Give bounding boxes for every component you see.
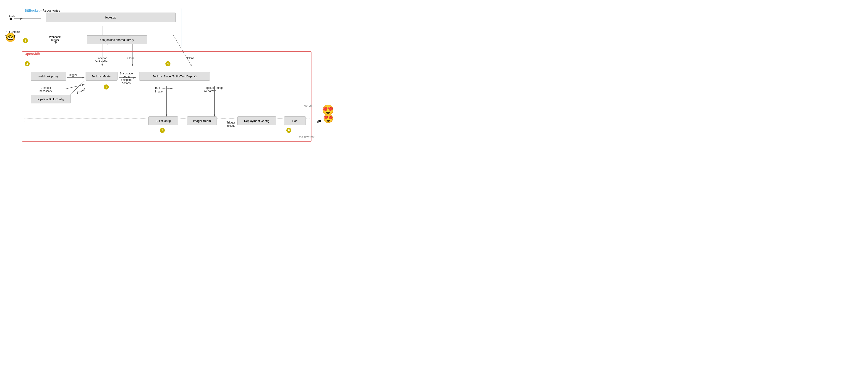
badge-6-label: 6 [288,129,290,132]
badge-4-label: 4 [167,62,169,65]
ods-jenkins-box: ods-jenkins-shared-library [87,35,147,44]
developer-emoji: 🤓 [5,33,16,42]
webhook-proxy-label: webhook proxy [38,75,58,78]
badge-2: 2 [25,61,30,66]
imagestream-label: ImageStream [193,119,211,123]
pod-label: Pod [292,119,298,123]
buildconfig-box: BuildConfig [148,116,178,125]
pod-box: Pod [284,116,306,125]
badge-4: 4 [165,61,170,66]
webhook-trigger-label: Webhook Trigger [49,35,60,42]
openshift-title-text: OpenShift [25,52,40,56]
foo-dev-test-label: foo-dev/test [299,135,314,139]
pipeline-buildconfig-box: Pipeline BuildConfig [31,95,71,104]
jenkins-master-box: Jenkins Master [86,72,118,81]
badge-6: 6 [286,128,291,133]
pipeline-buildconfig-label: Pipeline BuildConfig [37,97,64,101]
badge-5: 5 [160,128,165,133]
imagestream-box: ImageStream [187,116,217,125]
deployment-config-label: Deployment Config [244,119,270,123]
buildconfig-label: BuildConfig [156,119,171,123]
openshift-label: OpenShift [25,52,40,56]
push-label: Push [9,15,15,18]
create-if-necessary-label: Create ifnecessary [39,86,52,93]
tag-build-image-label: Tag build imagew/ "latest" [204,86,223,93]
build-container-image-label: Build containerimage [155,87,173,93]
badge-3-label: 3 [106,85,107,89]
bitbucket-title-text: BitBucket [25,9,39,12]
deployment-config-box: Deployment Config [237,116,276,125]
end-dot [318,120,321,122]
happy-emoji-2: 😍 [323,114,334,123]
jenkins-slave-label: Jenkins Slave (Build/Test/Deploy) [153,75,197,78]
bitbucket-subtitle-text: - Repositories [39,9,60,12]
badge-2-label: 2 [27,62,28,65]
webhook-proxy-box: webhook proxy [31,72,66,81]
trigger-label: Trigger [68,73,77,77]
jenkins-slave-box: Jenkins Slave (Build/Test/Deploy) [139,72,210,81]
foo-cd-label: foo-cd [304,104,312,107]
ods-jenkins-label: ods-jenkins-shared-library [100,38,134,41]
jenkins-master-label: Jenkins Master [92,75,111,78]
trigger-rollout-label: Triggerrollout [226,121,235,127]
clone-2-label: Clone [187,57,194,60]
start-slave-label: Start slavepod &delegateactions [120,72,133,85]
clone-1-label: Clone [127,57,134,60]
foo-app-label: foo-app [105,16,116,19]
clone-for-jenkinsfile-label: Clone forJenkinsfile [95,57,107,63]
badge-1-label: 1 [25,39,26,42]
badge-3: 3 [104,85,109,89]
foo-app-box: foo-app [45,12,176,22]
bitbucket-label: BitBucket - Repositories [25,9,60,12]
badge-1: 1 [23,38,28,43]
diagram-container: BitBucket - Repositories OpenShift foo-a… [0,0,434,192]
badge-5-label: 5 [161,129,163,132]
start-dot [9,18,12,20]
